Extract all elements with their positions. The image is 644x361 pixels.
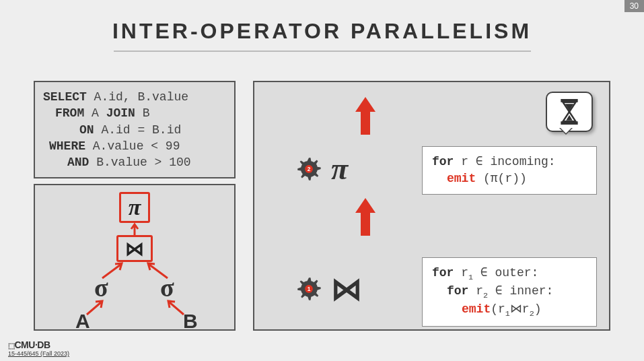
and-body: B.value > 100 — [89, 156, 190, 169]
big-arrow-mid — [354, 197, 377, 237]
pipeline-panel: 2 π 1 ⋈ — [253, 81, 610, 331]
code-text: (π(r)) — [476, 172, 527, 185]
svg-text:2: 2 — [308, 165, 311, 172]
title-rule — [114, 51, 531, 52]
sub: 2 — [530, 309, 534, 319]
pi-op-symbol: π — [331, 151, 348, 187]
worker-pi: 2 π — [295, 151, 348, 187]
gear-icon: 1 — [295, 275, 323, 303]
sql-panel: SELECT A.id, B.value FROM A JOIN B ON A.… — [34, 81, 236, 178]
page-title: INTER-OPERATOR PARALLELISM — [0, 19, 644, 44]
select-cols: A.id, B.value — [87, 90, 188, 104]
course-label: 15-445/645 (Fall 2023) — [8, 350, 69, 357]
code-text: ∈ inner: — [488, 284, 553, 298]
kw-emit: emit — [462, 302, 491, 316]
sub: 1 — [468, 273, 473, 282]
code-join: for r1 ∈ outer: for r2 ∈ inner: emit(r1⋈… — [422, 257, 597, 327]
gear-icon: 2 — [295, 155, 323, 183]
code-pi: for r ∈ incoming: emit (π(r)) — [422, 146, 597, 195]
code-text: ) — [534, 302, 542, 316]
kw-where: WHERE — [49, 139, 85, 153]
kw-emit: emit — [447, 172, 476, 185]
arrow-join-to-pi — [130, 222, 139, 236]
left-column: SELECT A.id, B.value FROM A JOIN B ON A.… — [34, 81, 236, 331]
kw-join: JOIN — [106, 106, 135, 120]
join-node: ⋈ — [116, 235, 153, 262]
join-op-symbol: ⋈ — [331, 271, 362, 307]
hourglass-bubble — [546, 92, 593, 132]
leaf-a: A — [75, 310, 90, 333]
query-tree-panel: π ⋈ σ σ A B — [34, 184, 236, 331]
kw-from: FROM — [55, 106, 84, 120]
kw-for: for — [447, 284, 468, 298]
big-arrow-top — [354, 96, 377, 136]
kw-for: for — [432, 266, 454, 280]
kw-on: ON — [79, 123, 94, 137]
footer: ⬚CMU·DB 15-445/645 (Fall 2023) — [8, 339, 69, 357]
leaf-b: B — [183, 310, 198, 333]
sub: 2 — [483, 291, 488, 300]
code-text: r — [468, 284, 483, 298]
brand: ⬚CMU·DB — [8, 339, 69, 350]
code-text: (r — [491, 302, 505, 316]
sub: 1 — [505, 309, 510, 319]
content-area: SELECT A.id, B.value FROM A JOIN B ON A.… — [34, 81, 610, 331]
kw-select: SELECT — [43, 90, 87, 104]
kw-for: for — [432, 155, 454, 168]
code-text: ⋈r — [510, 302, 530, 316]
page-number: 30 — [624, 0, 644, 12]
kw-and: AND — [67, 156, 89, 169]
right-column: 2 π 1 ⋈ — [253, 81, 610, 331]
svg-text:1: 1 — [308, 286, 311, 292]
pi-node: π — [119, 192, 150, 223]
on-body: A.id = B.id — [94, 123, 182, 137]
hourglass-icon — [558, 99, 581, 125]
worker-join: 1 ⋈ — [295, 271, 362, 307]
join-symbol: ⋈ — [125, 238, 144, 260]
where-body: A.value < 99 — [85, 139, 180, 153]
code-text: ∈ outer: — [473, 266, 538, 280]
code-text: r — [454, 266, 468, 280]
join-body: B — [135, 106, 150, 120]
pi-symbol: π — [129, 195, 141, 220]
code-text: r ∈ incoming: — [454, 155, 555, 168]
from-body: A — [84, 106, 106, 120]
